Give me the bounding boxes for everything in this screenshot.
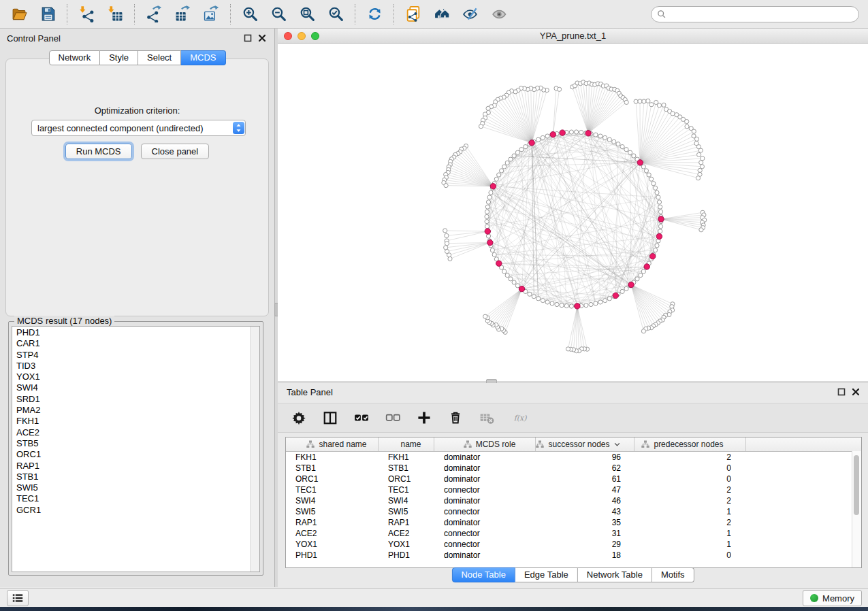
- import-table-button[interactable]: [105, 4, 125, 24]
- mcds-list-scrollbar[interactable]: [250, 327, 259, 572]
- scrollbar-thumb[interactable]: [854, 455, 859, 515]
- network-canvas[interactable]: [278, 44, 868, 381]
- table-options-gear-button[interactable]: [290, 409, 308, 427]
- cell-successor_nodes: 31: [536, 529, 634, 538]
- cell-successor_nodes: 18: [536, 550, 634, 560]
- column-header-name[interactable]: name: [379, 437, 434, 451]
- mcds-result-item[interactable]: TEC1: [12, 493, 250, 504]
- save-session-button[interactable]: [37, 4, 58, 24]
- mcds-result-item[interactable]: ORC1: [12, 449, 250, 460]
- export-table-button[interactable]: [172, 4, 193, 24]
- memory-button[interactable]: Memory: [803, 590, 862, 606]
- run-mcds-button[interactable]: Run MCDS: [65, 144, 132, 159]
- deselect-all-columns-button[interactable]: [384, 409, 402, 427]
- create-column-button[interactable]: [415, 409, 433, 427]
- mcds-result-item[interactable]: SWI4: [12, 382, 250, 393]
- import-network-icon: [78, 5, 95, 22]
- optimization-criterion-label: Optimization criterion:: [6, 105, 268, 116]
- mcds-result-item[interactable]: TID3: [12, 361, 250, 371]
- column-header-shared-name[interactable]: shared name: [286, 437, 379, 451]
- cell-successor_nodes: 62: [536, 463, 634, 473]
- tab-mcds[interactable]: MCDS: [181, 50, 225, 65]
- hide-graphics-details-button[interactable]: [489, 4, 509, 24]
- zoom-out-button[interactable]: [268, 4, 289, 24]
- mcds-result-item[interactable]: FKH1: [12, 416, 250, 427]
- cell-predecessor_nodes: 2: [634, 496, 746, 506]
- table-row[interactable]: TEC1TEC1connector472: [286, 484, 861, 495]
- export-network-button[interactable]: [144, 4, 164, 24]
- cell-name: TEC1: [379, 485, 434, 495]
- network-graph: [278, 44, 868, 381]
- show-graphics-details-button[interactable]: [460, 4, 481, 24]
- apply-preferred-layout-button[interactable]: [364, 4, 385, 24]
- table-scrollbar[interactable]: [852, 451, 861, 567]
- table-row[interactable]: ACE2ACE2connector311: [286, 528, 861, 539]
- table-row[interactable]: FKH1FKH1dominator962: [286, 452, 861, 463]
- new-network-from-selection-button[interactable]: [403, 4, 423, 24]
- optimization-criterion-select[interactable]: largest connected component (undirected): [31, 120, 246, 136]
- tab-style[interactable]: Style: [100, 50, 138, 65]
- mcds-result-item[interactable]: STB5: [12, 438, 250, 449]
- mcds-result-item[interactable]: PHD1: [12, 327, 250, 338]
- mcds-result-item[interactable]: SRD1: [12, 394, 250, 405]
- column-header-successor-nodes[interactable]: successor nodes: [536, 437, 634, 451]
- table-toolbar: f(x): [278, 403, 868, 433]
- mcds-result-item[interactable]: RAP1: [12, 461, 250, 472]
- table-row[interactable]: RAP1RAP1dominator352: [286, 517, 861, 528]
- zoom-fit-button[interactable]: [297, 4, 317, 24]
- cell-successor_nodes: 47: [536, 485, 634, 495]
- column-header-predecessor-nodes[interactable]: predecessor nodes: [634, 437, 746, 451]
- delete-columns-button[interactable]: [447, 409, 464, 427]
- new-network-from-selection-icon: [405, 5, 422, 22]
- mcds-result-item[interactable]: STP4: [12, 350, 250, 361]
- mcds-result-item[interactable]: CAR1: [12, 338, 250, 349]
- zoom-selected-button[interactable]: [325, 4, 346, 24]
- close-panel-icon[interactable]: [258, 34, 266, 42]
- search-box[interactable]: [651, 6, 859, 22]
- mcds-result-item[interactable]: PMA2: [12, 405, 250, 416]
- float-panel-icon[interactable]: [244, 34, 252, 42]
- first-neighbors-button[interactable]: [432, 4, 452, 24]
- search-input[interactable]: [670, 9, 853, 20]
- cell-predecessor_nodes: 2: [634, 485, 746, 495]
- cell-mcds_role: connector: [434, 529, 536, 538]
- table-row[interactable]: STB1STB1dominator620: [286, 463, 861, 474]
- table-row[interactable]: YOX1YOX1connector291: [286, 539, 861, 550]
- table-row[interactable]: ORC1ORC1dominator610: [286, 474, 861, 484]
- table-row[interactable]: SWI4SWI4dominator462: [286, 495, 861, 506]
- close-panel-button[interactable]: Close panel: [141, 144, 210, 159]
- cell-predecessor_nodes: 2: [634, 518, 746, 527]
- first-neighbors-icon: [434, 5, 451, 22]
- mcds-result-item[interactable]: ACE2: [12, 427, 250, 438]
- cell-successor_nodes: 29: [536, 540, 634, 549]
- mcds-result-item[interactable]: YOX1: [12, 371, 250, 382]
- export-image-button[interactable]: [201, 4, 221, 24]
- task-history-button[interactable]: [7, 590, 29, 606]
- toggle-column-view-button[interactable]: [321, 409, 339, 427]
- cell-name: RAP1: [379, 518, 434, 527]
- open-file-button[interactable]: [9, 4, 29, 24]
- table-row[interactable]: SWI5SWI5connector431: [286, 506, 861, 517]
- tab-motifs[interactable]: Motifs: [652, 567, 694, 582]
- mcds-result-item[interactable]: GCR1: [12, 505, 250, 516]
- select-all-columns-button[interactable]: [353, 409, 370, 427]
- tab-select[interactable]: Select: [138, 50, 181, 65]
- search-icon: [657, 10, 666, 19]
- hide-graphics-details-icon: [491, 5, 508, 22]
- delete-table-button: [478, 409, 496, 427]
- cell-mcds_role: dominator: [434, 550, 536, 560]
- close-panel-icon[interactable]: [852, 388, 860, 396]
- mcds-result-list[interactable]: PHD1CAR1STP4TID3YOX1SWI4SRD1PMA2FKH1ACE2…: [12, 326, 260, 572]
- node-table: shared namenameMCDS rolesuccessor nodesp…: [285, 437, 862, 568]
- tab-node-table[interactable]: Node Table: [451, 567, 515, 582]
- mcds-result-item[interactable]: SWI5: [12, 482, 250, 493]
- table-row[interactable]: PHD1PHD1dominator180: [286, 550, 861, 561]
- import-network-button[interactable]: [76, 4, 97, 24]
- column-header-MCDS-role[interactable]: MCDS role: [434, 437, 536, 451]
- tab-network[interactable]: Network: [48, 50, 100, 65]
- tab-network-table[interactable]: Network Table: [578, 567, 652, 582]
- zoom-in-button[interactable]: [240, 4, 260, 24]
- mcds-result-item[interactable]: STB1: [12, 472, 250, 482]
- tab-edge-table[interactable]: Edge Table: [515, 567, 578, 582]
- float-panel-icon[interactable]: [837, 388, 846, 396]
